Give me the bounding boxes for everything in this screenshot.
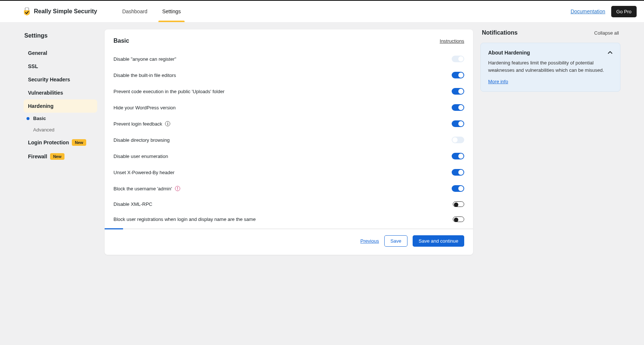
sidebar-item-vulnerabilities[interactable]: Vulnerabilities [24, 86, 97, 99]
documentation-link[interactable]: Documentation [571, 8, 605, 14]
setting-label: Hide your WordPress version [113, 105, 176, 110]
setting-label: Block the username 'admin'! [113, 186, 180, 191]
tab-dashboard[interactable]: Dashboard [115, 1, 155, 22]
setting-label: Block user registrations when login and … [113, 216, 256, 222]
notification-body: Hardening features limit the possibility… [488, 59, 613, 74]
sidebar-sub-label: Advanced [33, 127, 55, 133]
warning-icon[interactable]: ! [175, 186, 180, 191]
save-continue-button[interactable]: Save and continue [413, 235, 464, 247]
notifications-header: Notifications Collapse all [480, 29, 620, 38]
sidebar-item-hardening[interactable]: Hardening [24, 99, 97, 113]
setting-row: Disable the built-in file editors [113, 67, 464, 83]
setting-row: Disable directory browsing [113, 132, 464, 148]
brand: Really Simple Security [24, 7, 97, 15]
setting-label-text: Disable directory browsing [113, 137, 169, 143]
setting-label: Disable user enumeration [113, 154, 168, 159]
sidebar-item-security-headers[interactable]: Security Headers [24, 73, 97, 86]
setting-row: Block the username 'admin'! [113, 180, 464, 197]
setting-row: Prevent code execution in the public 'Up… [113, 83, 464, 99]
sidebar-sub-basic[interactable]: Basic [24, 113, 97, 124]
setting-row: Block user registrations when login and … [113, 212, 464, 227]
toggle-switch[interactable] [452, 169, 464, 176]
card-footer: Previous Save Save and continue [105, 229, 473, 255]
setting-label: Prevent login feedbacki [113, 121, 170, 127]
more-info-link[interactable]: More info [488, 79, 508, 84]
header-tabs: Dashboard Settings [115, 1, 188, 22]
setting-label: Unset X-Powered-By header [113, 170, 174, 175]
collapse-all-link[interactable]: Collapse all [594, 30, 619, 36]
setting-label: Prevent code execution in the public 'Up… [113, 89, 224, 94]
save-button[interactable]: Save [384, 235, 408, 247]
setting-row: Disable "anyone can register" [113, 51, 464, 67]
setting-label-text: Unset X-Powered-By header [113, 170, 174, 175]
setting-label-text: Block user registrations when login and … [113, 216, 256, 222]
setting-label-text: Disable the built-in file editors [113, 73, 176, 78]
sidebar-item-firewall[interactable]: Firewall New [24, 149, 97, 163]
card-title: Basic [113, 38, 129, 44]
previous-link[interactable]: Previous [360, 238, 379, 244]
toggle-switch[interactable] [452, 120, 464, 127]
page: Settings General SSL Security Headers Vu… [0, 22, 644, 262]
setting-row: Prevent login feedbacki [113, 116, 464, 132]
toggle-switch[interactable] [453, 201, 464, 207]
notification-card: About Hardening Hardening features limit… [480, 43, 620, 92]
brand-name: Really Simple Security [34, 8, 97, 15]
sidebar-sub-label: Basic [33, 116, 46, 121]
progress-fill [105, 228, 123, 229]
toggle-switch[interactable] [452, 153, 464, 159]
sidebar-item-general[interactable]: General [24, 46, 97, 60]
card-header: Basic Instructions [105, 29, 473, 48]
toggle-switch [452, 137, 464, 143]
toggle-switch [452, 56, 464, 62]
sidebar-item-login-protection[interactable]: Login Protection New [24, 135, 97, 149]
setting-label-text: Prevent login feedback [113, 121, 162, 127]
settings-sidebar: Settings General SSL Security Headers Vu… [24, 29, 97, 163]
setting-label-text: Prevent code execution in the public 'Up… [113, 89, 224, 94]
sidebar-item-ssl[interactable]: SSL [24, 60, 97, 73]
new-badge: New [50, 153, 64, 160]
chevron-up-icon[interactable] [608, 50, 613, 55]
notifications-column: Notifications Collapse all About Hardeni… [480, 29, 620, 92]
main-card: Basic Instructions Disable "anyone can r… [105, 29, 473, 255]
settings-list: Disable "anyone can register"Disable the… [105, 48, 473, 228]
top-right: Documentation Go Pro [571, 6, 637, 17]
sidebar-item-label: Login Protection [28, 140, 69, 145]
setting-label-text: Disable XML-RPC [113, 201, 152, 207]
sidebar-sub-advanced[interactable]: Advanced [24, 124, 97, 135]
notification-card-header: About Hardening [488, 50, 613, 56]
info-icon[interactable]: i [165, 121, 170, 126]
toggle-switch[interactable] [453, 216, 464, 222]
go-pro-button[interactable]: Go Pro [611, 6, 637, 17]
setting-row: Unset X-Powered-By header [113, 164, 464, 180]
setting-label: Disable XML-RPC [113, 201, 152, 207]
setting-label-text: Hide your WordPress version [113, 105, 176, 110]
tab-settings[interactable]: Settings [155, 1, 188, 22]
toggle-switch[interactable] [452, 88, 464, 95]
setting-label: Disable the built-in file editors [113, 73, 176, 78]
new-badge: New [72, 139, 86, 146]
setting-row: Hide your WordPress version [113, 99, 464, 116]
setting-row: Disable user enumeration [113, 148, 464, 164]
setting-label: Disable directory browsing [113, 137, 169, 143]
shield-lock-icon [24, 7, 30, 15]
setting-row: Disable XML-RPC [113, 197, 464, 212]
progress-bar [105, 228, 473, 229]
notifications-title: Notifications [482, 29, 518, 36]
setting-label: Disable "anyone can register" [113, 56, 176, 62]
sidebar-title: Settings [24, 32, 97, 39]
setting-label-text: Disable user enumeration [113, 154, 168, 159]
notification-card-title: About Hardening [488, 50, 530, 56]
setting-label-text: Disable "anyone can register" [113, 56, 176, 62]
toggle-switch[interactable] [452, 72, 464, 78]
toggle-switch[interactable] [452, 104, 464, 111]
top-bar: Really Simple Security Dashboard Setting… [0, 0, 644, 22]
toggle-switch[interactable] [452, 185, 464, 192]
setting-label-text: Block the username 'admin' [113, 186, 172, 191]
sidebar-item-label: Firewall [28, 154, 47, 159]
instructions-link[interactable]: Instructions [440, 38, 464, 44]
